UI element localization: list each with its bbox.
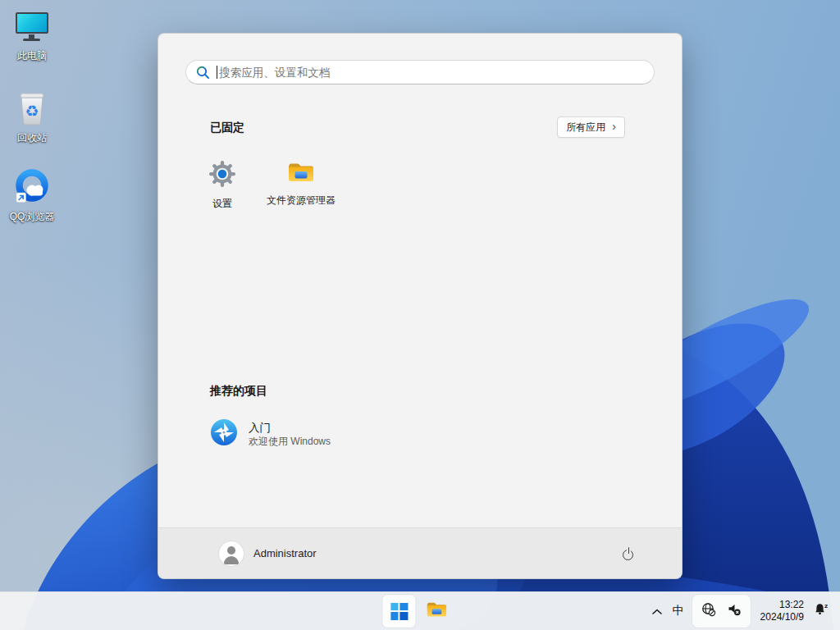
bell-dnd-icon: z <box>814 602 829 620</box>
notification-center-button[interactable]: z <box>810 596 832 626</box>
recommended-item-get-started[interactable]: 入门 欢迎使用 Windows <box>197 411 443 457</box>
pinned-apps-grid: 设置 <box>183 155 340 226</box>
user-avatar <box>219 541 244 566</box>
pinned-app-label: 文件资源管理器 <box>267 194 336 208</box>
taskbar-center-apps <box>382 595 453 628</box>
search-input[interactable] <box>219 66 644 79</box>
this-pc-icon <box>13 10 51 48</box>
file-explorer-icon <box>286 160 316 188</box>
svg-text:♻: ♻ <box>25 102 39 120</box>
tray-overflow-button[interactable] <box>646 596 668 626</box>
pinned-app-label: 设置 <box>212 197 232 211</box>
recommended-heading: 推荐的项目 <box>210 384 267 399</box>
recommended-item-title: 入门 <box>249 421 331 435</box>
svg-text:z: z <box>824 603 828 609</box>
desktop-icon-this-pc[interactable]: 此电脑 <box>2 10 62 62</box>
user-account-button[interactable]: Administrator <box>212 538 323 569</box>
recycle-bin-icon: ♻ <box>14 89 50 130</box>
desktop-icon-qq-browser[interactable]: QQ浏览器 <box>2 167 62 222</box>
start-menu-panel: 已固定 所有应用 › <box>158 33 682 579</box>
desktop: 此电脑 ♻ 回收站 <box>0 0 840 630</box>
qq-browser-icon <box>13 167 51 208</box>
pinned-heading: 已固定 <box>210 121 244 135</box>
taskbar-clock[interactable]: 13:22 2024/10/9 <box>760 599 804 623</box>
clock-time: 13:22 <box>760 599 804 611</box>
start-menu-footer: Administrator <box>158 527 682 578</box>
power-button[interactable] <box>621 546 636 561</box>
desktop-icon-recycle-bin[interactable]: ♻ 回收站 <box>2 89 62 144</box>
start-button[interactable] <box>382 595 415 628</box>
taskbar: 中 <box>0 591 840 630</box>
taskbar-app-file-explorer[interactable] <box>420 595 453 628</box>
user-name: Administrator <box>253 547 317 559</box>
recommended-item-subtitle: 欢迎使用 Windows <box>249 436 331 448</box>
all-apps-button[interactable]: 所有应用 › <box>557 116 625 138</box>
desktop-icon-label: 回收站 <box>17 133 47 144</box>
chevron-right-icon: › <box>612 121 616 132</box>
get-started-icon <box>210 418 238 450</box>
start-search-field[interactable] <box>185 60 655 84</box>
pinned-app-settings[interactable]: 设置 <box>183 155 262 226</box>
clock-date: 2024/10/9 <box>760 611 804 623</box>
system-tray: 中 <box>646 592 840 630</box>
chevron-up-icon <box>652 604 662 619</box>
pinned-app-file-explorer[interactable]: 文件资源管理器 <box>262 155 340 226</box>
all-apps-label: 所有应用 <box>566 121 605 135</box>
desktop-icon-label: 此电脑 <box>17 51 47 62</box>
desktop-icon-label: QQ浏览器 <box>10 212 55 222</box>
settings-gear-icon <box>208 160 236 191</box>
start-windows-icon <box>390 603 408 620</box>
ime-indicator[interactable]: 中 <box>668 604 689 619</box>
text-cursor <box>217 66 217 79</box>
volume-muted-icon <box>727 602 742 620</box>
search-icon <box>196 66 210 80</box>
globe-offline-icon <box>701 602 716 620</box>
network-volume-button[interactable] <box>692 595 751 628</box>
file-explorer-icon <box>425 600 448 623</box>
